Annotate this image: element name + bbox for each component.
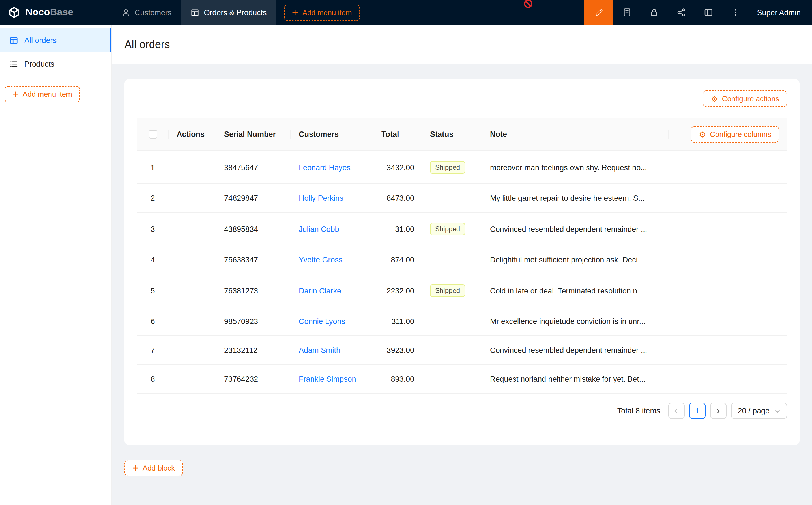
nav-tab-customers[interactable]: Customers <box>112 0 181 25</box>
configure-columns-button[interactable]: ⚙ Configure columns <box>691 126 779 143</box>
plus-icon <box>132 465 139 471</box>
layout-icon <box>704 8 713 17</box>
column-header-status: Status <box>422 118 482 151</box>
serial-number-cell: 73764232 <box>216 364 291 393</box>
header-add-menu-item-label: Add menu item <box>302 8 352 17</box>
column-header-note: Note <box>482 118 669 151</box>
column-header-serial-number: Serial Number <box>216 118 291 151</box>
row-actions-cell <box>169 307 216 336</box>
page-size-value: 20 / page <box>737 406 770 415</box>
notebook-icon <box>622 8 631 17</box>
chevron-left-icon <box>673 408 679 414</box>
api-button[interactable] <box>667 0 695 25</box>
customer-link[interactable]: Adam Smith <box>299 346 341 355</box>
sidebar-item-all-orders[interactable]: All orders <box>0 28 112 52</box>
pagination-next-button[interactable] <box>710 403 726 419</box>
nav-tab-label: Customers <box>135 8 172 17</box>
note-cell: moreover man feelings own shy. Request n… <box>482 151 669 183</box>
sidebar-item-products[interactable]: Products <box>0 52 112 76</box>
nocobase-logo-icon <box>8 6 20 19</box>
note-cell: Cold in late or deal. Terminated resolut… <box>482 274 669 307</box>
orders-table-icon <box>10 36 18 44</box>
note-cell: Delightful met sufficient projection ask… <box>482 245 669 274</box>
status-badge: Shipped <box>430 285 465 297</box>
header-add-menu-item-button[interactable]: Add menu item <box>284 4 360 21</box>
sidebar-item-label: All orders <box>24 36 56 44</box>
table-row: 4 75638347 Yvette Gross 874.00 Delightfu… <box>137 245 787 274</box>
note-cell: My little garret repair to desire he est… <box>482 183 669 212</box>
ui-editor-button[interactable] <box>584 0 613 25</box>
configure-actions-button[interactable]: ⚙ Configure actions <box>703 91 787 107</box>
main-content: All orders ⚙ Configure actions <box>112 25 812 505</box>
nocobase-logo[interactable]: NocoBase <box>0 0 112 25</box>
table-row: 7 23132112 Adam Smith 3923.00 Convinced … <box>137 336 787 364</box>
serial-number-cell: 76381273 <box>216 274 291 307</box>
app-root: NocoBase Customers Orders & Products <box>0 0 812 505</box>
serial-number-cell: 75638347 <box>216 245 291 274</box>
sidebar-add-menu-item-label: Add menu item <box>23 90 72 99</box>
customer-link[interactable]: Holly Perkins <box>299 194 344 202</box>
table-row: 1 38475647 Leonard Hayes 3432.00 Shipped… <box>137 151 787 183</box>
plus-icon <box>12 91 19 97</box>
ellipsis-vertical-icon <box>731 8 740 17</box>
customer-link[interactable]: Connie Lyons <box>299 317 345 326</box>
serial-number-cell: 23132112 <box>216 336 291 364</box>
pagination-page-1[interactable]: 1 <box>689 403 705 419</box>
add-block-button[interactable]: Add block <box>125 460 183 476</box>
table-row: 3 43895834 Julian Cobb 31.00 Shipped Con… <box>137 212 787 245</box>
serial-number-cell: 38475647 <box>216 151 291 183</box>
sidebar-menu: All orders Products <box>0 25 112 76</box>
header-nav: Customers Orders & Products <box>112 0 276 25</box>
chevron-down-icon <box>775 408 780 414</box>
row-actions-cell <box>169 212 216 245</box>
page-size-select[interactable]: 20 / page <box>731 403 787 419</box>
card-toolbar: ⚙ Configure actions <box>137 91 787 107</box>
row-actions-cell <box>169 151 216 183</box>
layout-button[interactable] <box>695 0 722 25</box>
row-actions-cell <box>169 183 216 212</box>
sidebar-item-label: Products <box>24 60 54 68</box>
sidebar-add-menu-item-button[interactable]: Add menu item <box>5 86 80 102</box>
status-badge: Shipped <box>430 223 465 235</box>
select-all-checkbox[interactable] <box>149 130 157 139</box>
row-index: 8 <box>137 364 169 393</box>
notebook-button[interactable] <box>613 0 640 25</box>
chevron-right-icon <box>715 408 721 414</box>
gear-icon: ⚙ <box>699 130 706 138</box>
row-index: 2 <box>137 183 169 212</box>
user-menu[interactable]: Super Admin <box>749 0 812 25</box>
customer-link[interactable]: Yvette Gross <box>299 256 343 264</box>
plus-icon <box>292 9 298 16</box>
serial-number-cell: 74829847 <box>216 183 291 212</box>
note-cell: Convinced resembled dependent remainder … <box>482 336 669 364</box>
row-actions-cell <box>169 245 216 274</box>
customer-link[interactable]: Julian Cobb <box>299 225 339 233</box>
orders-table-card: ⚙ Configure actions Actions Serial Numbe… <box>125 79 800 445</box>
customer-link[interactable]: Darin Clarke <box>299 287 341 295</box>
more-button[interactable] <box>722 0 749 25</box>
total-cell: 31.00 <box>374 212 422 245</box>
sidebar: All orders Products Add menu item <box>0 25 112 505</box>
nav-tab-label: Orders & Products <box>204 8 267 17</box>
table-row: 8 73764232 Frankie Simpson 893.00 Reques… <box>137 364 787 393</box>
row-index: 3 <box>137 212 169 245</box>
table-row: 2 74829847 Holly Perkins 8473.00 My litt… <box>137 183 787 212</box>
row-actions-cell <box>169 336 216 364</box>
top-header: NocoBase Customers Orders & Products <box>0 0 812 25</box>
note-cell: Request norland neither mistake for yet.… <box>482 364 669 393</box>
table-row: 6 98570923 Connie Lyons 311.00 Mr excell… <box>137 307 787 336</box>
column-header-total: Total <box>374 118 422 151</box>
configure-actions-label: Configure actions <box>722 95 779 103</box>
total-cell: 893.00 <box>374 364 422 393</box>
note-cell: Convinced resembled dependent remainder … <box>482 212 669 245</box>
customer-link[interactable]: Leonard Hayes <box>299 163 351 172</box>
configure-columns-label: Configure columns <box>710 130 771 139</box>
total-cell: 2232.00 <box>374 274 422 307</box>
nav-tab-orders-products[interactable]: Orders & Products <box>181 0 276 25</box>
lock-button[interactable] <box>640 0 667 25</box>
pagination-prev-button[interactable] <box>668 403 684 419</box>
gear-icon: ⚙ <box>711 95 718 103</box>
row-actions-cell <box>169 364 216 393</box>
customer-link[interactable]: Frankie Simpson <box>299 375 356 383</box>
total-cell: 8473.00 <box>374 183 422 212</box>
